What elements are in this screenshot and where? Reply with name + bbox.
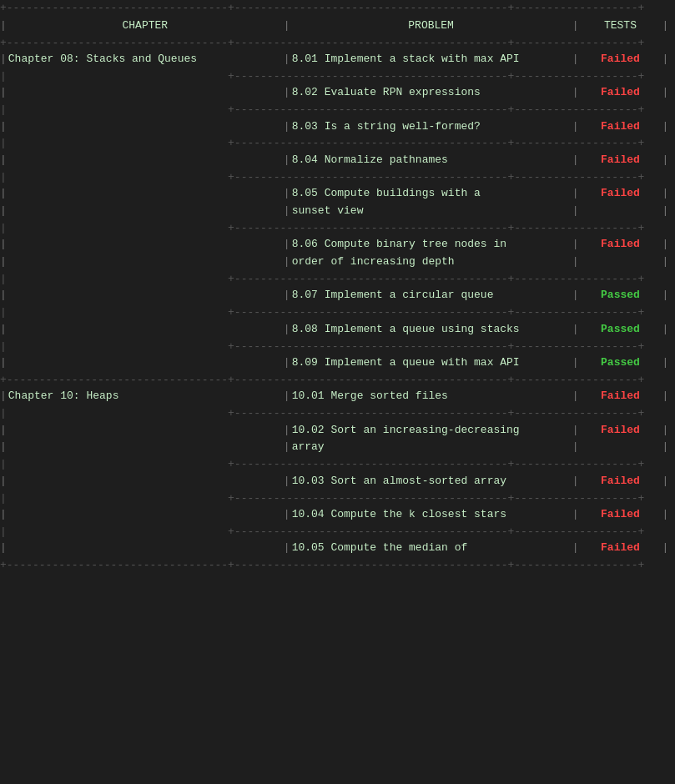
- table-row: | +-------------------------------------…: [0, 68, 675, 85]
- problem-cell: 10.01 Merge sorted files: [290, 388, 572, 405]
- status-badge: Failed: [578, 51, 662, 68]
- chapter-cell: [7, 540, 284, 557]
- status-badge: Failed: [578, 473, 662, 490]
- table-row: | | 10.02 Sort an increasing-decreasing …: [0, 422, 675, 440]
- problem-cell: 8.08 Implement a queue using stacks: [290, 321, 572, 339]
- table-row: | | 8.04 Normalize pathnames | Failed |: [0, 152, 675, 169]
- problem-cell: 8.07 Implement a circular queue: [290, 287, 572, 304]
- table-row: +----------------------------------+----…: [0, 0, 675, 17]
- problem-cell: 10.02 Sort an increasing-decreasing: [290, 422, 572, 440]
- table-row: | +-------------------------------------…: [0, 220, 675, 237]
- table-row: | +-------------------------------------…: [0, 524, 675, 540]
- problem-cell: 10.04 Compute the k closest stars: [290, 506, 572, 524]
- problem-cell: 8.02 Evaluate RPN expressions: [290, 84, 572, 102]
- chapter-cell: [7, 506, 284, 524]
- status-badge: Failed: [578, 236, 662, 254]
- chapter-cell: [7, 118, 284, 136]
- table-row: | | 10.05 Compute the median of | Failed…: [0, 540, 675, 557]
- problem-cell: 8.01 Implement a stack with max API: [290, 51, 572, 68]
- status-badge: Passed: [578, 287, 662, 304]
- chapter-cell: [7, 422, 284, 440]
- status-badge: Passed: [578, 354, 662, 372]
- problem-cell: 8.04 Normalize pathnames: [290, 152, 572, 169]
- table-row: | +-------------------------------------…: [0, 304, 675, 321]
- chapter-cell: [7, 84, 284, 102]
- problem-cell: 10.05 Compute the median of: [290, 540, 572, 557]
- table-row: | +-------------------------------------…: [0, 169, 675, 186]
- problem-cell: order of increasing depth: [290, 254, 572, 271]
- table-row: | | 8.07 Implement a circular queue | Pa…: [0, 287, 675, 304]
- table-row: | CHAPTER | PROBLEM | TESTS |: [0, 17, 675, 35]
- chapter-cell: Chapter 10: Heaps: [7, 388, 284, 405]
- chapter-cell: [7, 236, 284, 254]
- status-badge: Failed: [578, 185, 662, 203]
- problem-cell: 8.06 Compute binary tree nodes in: [290, 236, 572, 254]
- table-row: | Chapter 08: Stacks and Queues | 8.01 I…: [0, 51, 675, 68]
- status-badge: Passed: [578, 321, 662, 339]
- table-row: | +-------------------------------------…: [0, 271, 675, 288]
- status-badge: Failed: [578, 84, 662, 102]
- problem-cell: 8.03 Is a string well-formed?: [290, 118, 572, 136]
- table-row: | Chapter 10: Heaps | 10.01 Merge sorted…: [0, 388, 675, 405]
- table-row: | | 8.06 Compute binary tree nodes in | …: [0, 236, 675, 254]
- status-badge: Failed: [578, 422, 662, 440]
- table-row: | | array | |: [0, 439, 675, 456]
- status-badge: Failed: [578, 118, 662, 136]
- problem-cell: 8.05 Compute buildings with a: [290, 185, 572, 203]
- table-row: | | 8.03 Is a string well-formed? | Fail…: [0, 118, 675, 136]
- status-badge: Failed: [578, 152, 662, 169]
- chapter-cell: [7, 203, 284, 220]
- status-badge: Failed: [578, 388, 662, 405]
- table-row: | +-------------------------------------…: [0, 490, 675, 507]
- status-badge: [578, 254, 662, 271]
- chapter-cell: [7, 185, 284, 203]
- header-chapter: CHAPTER: [7, 17, 284, 35]
- table-row: | +-------------------------------------…: [0, 339, 675, 355]
- table-row: | +-------------------------------------…: [0, 456, 675, 473]
- table-row: | +-------------------------------------…: [0, 102, 675, 118]
- problem-cell: 8.09 Implement a queue with max API: [290, 354, 572, 372]
- table-row: | | 10.04 Compute the k closest stars | …: [0, 506, 675, 524]
- table-row: +----------------------------------+----…: [0, 372, 675, 389]
- table-row: +----------------------------------+----…: [0, 35, 675, 52]
- problem-cell: array: [290, 439, 572, 456]
- table-row: | | order of increasing depth | |: [0, 254, 675, 271]
- chapter-cell: [7, 254, 284, 271]
- chapter-cell: [7, 321, 284, 339]
- table-row: | | sunset view | |: [0, 203, 675, 220]
- chapter-cell: [7, 354, 284, 372]
- chapter-cell: [7, 439, 284, 456]
- chapter-cell: Chapter 08: Stacks and Queues: [7, 51, 284, 68]
- table-row: | | 8.08 Implement a queue using stacks …: [0, 321, 675, 339]
- status-badge: [578, 439, 662, 456]
- table-row: | +-------------------------------------…: [0, 135, 675, 152]
- table-row: | | 10.03 Sort an almost-sorted array | …: [0, 473, 675, 490]
- chapter-cell: [7, 287, 284, 304]
- status-badge: Failed: [578, 506, 662, 524]
- problem-cell: 10.03 Sort an almost-sorted array: [290, 473, 572, 490]
- chapter-cell: [7, 152, 284, 169]
- table-row: | +-------------------------------------…: [0, 405, 675, 422]
- problem-cell: sunset view: [290, 203, 572, 220]
- table-row: +----------------------------------+----…: [0, 557, 675, 574]
- status-badge: Failed: [578, 540, 662, 557]
- header-tests: TESTS: [578, 17, 662, 35]
- status-badge: [578, 203, 662, 220]
- table-row: | | 8.09 Implement a queue with max API …: [0, 354, 675, 372]
- header-problem: PROBLEM: [290, 17, 572, 35]
- table-row: | | 8.02 Evaluate RPN expressions | Fail…: [0, 84, 675, 102]
- main-table: +----------------------------------+----…: [0, 0, 675, 574]
- chapter-cell: [7, 473, 284, 490]
- table-row: | | 8.05 Compute buildings with a | Fail…: [0, 185, 675, 203]
